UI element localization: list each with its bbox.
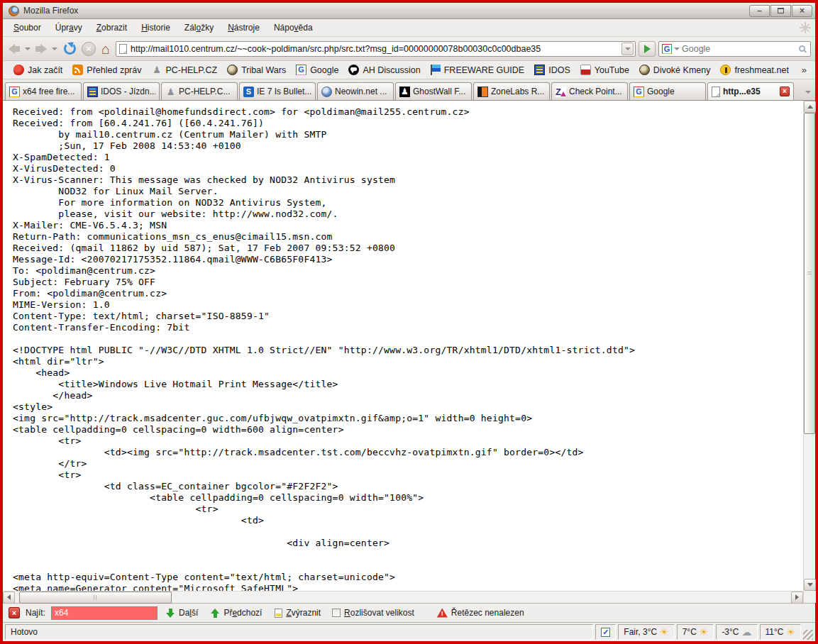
- menu-item[interactable]: Historie: [135, 21, 177, 35]
- bookmark-item[interactable]: freshmeat.net: [715, 63, 793, 77]
- scroll-right-button[interactable]: [791, 592, 803, 604]
- weather-panel[interactable]: -3°C: [716, 624, 757, 640]
- horizontal-scroll-track[interactable]: [15, 592, 791, 604]
- tab[interactable]: ZoneLabs R...: [473, 82, 550, 100]
- find-action-button[interactable]: Další: [163, 606, 201, 619]
- scroll-down-button[interactable]: [804, 579, 816, 591]
- stop-button[interactable]: ×: [82, 42, 96, 56]
- tab[interactable]: x64 free fire...: [5, 82, 82, 100]
- search-icon[interactable]: [799, 45, 805, 52]
- forward-history-dropdown[interactable]: [52, 48, 57, 50]
- tab-label: Google: [647, 87, 702, 96]
- minimize-button[interactable]: –: [749, 5, 770, 17]
- tab-list-dropdown[interactable]: [802, 84, 814, 100]
- bookmark-label: YouTube: [595, 65, 629, 75]
- menu-item[interactable]: Soubor: [7, 21, 48, 35]
- search-engine-dropdown[interactable]: [674, 48, 680, 50]
- title-bar: Mozilla Firefox – ×: [3, 3, 815, 19]
- weather-panel[interactable]: Fair, 3°C: [618, 624, 674, 640]
- close-button[interactable]: ×: [792, 5, 812, 17]
- tribal-icon: [227, 65, 238, 75]
- scroll-left-button[interactable]: [3, 592, 15, 604]
- weather-label: 11°C: [766, 627, 784, 637]
- horizontal-scroll-thumb[interactable]: [19, 592, 172, 604]
- tab-close-button[interactable]: [780, 87, 790, 96]
- weather-checkbox[interactable]: ✓: [601, 628, 610, 637]
- tab[interactable]: IE 7 Is Bullet...: [239, 82, 316, 100]
- bookmark-item[interactable]: Tribal Wars: [222, 63, 291, 77]
- find-close-button[interactable]: [9, 607, 20, 618]
- weather-label: Fair, 3°C: [624, 627, 657, 637]
- url-history-dropdown[interactable]: [621, 43, 634, 55]
- match-case-option[interactable]: Rozlišovat velikost: [329, 606, 417, 619]
- zonelabs-icon: [477, 87, 488, 97]
- tab[interactable]: Google: [629, 82, 706, 100]
- tab[interactable]: Neowin.net ...: [317, 82, 394, 100]
- tab[interactable]: IDOS - Jízdn...: [83, 82, 160, 100]
- bookmark-item[interactable]: Google: [291, 63, 343, 77]
- bookmark-item[interactable]: Divoké Kmeny: [634, 63, 716, 77]
- menu-item[interactable]: Nápověda: [267, 21, 319, 35]
- bookmark-item[interactable]: PC-HELP.CZ: [146, 63, 222, 77]
- find-action-button[interactable]: Zvýraznit: [272, 606, 324, 619]
- find-action-button[interactable]: Předchozí: [208, 606, 265, 619]
- tab[interactable]: http...e35: [707, 82, 794, 100]
- menu-item[interactable]: Záložky: [178, 21, 220, 35]
- bookmark-label: AH Discussion: [363, 65, 420, 75]
- bookmark-item[interactable]: Přehled zpráv: [67, 63, 146, 77]
- menu-item[interactable]: Úpravy: [49, 21, 89, 35]
- vertical-scroll-track[interactable]: [804, 113, 815, 579]
- menu-bar: SouborÚpravyZobrazitHistorieZáložkyNástr…: [3, 19, 815, 37]
- search-bar[interactable]: G: [658, 41, 811, 57]
- tab[interactable]: GhostWall F...: [395, 82, 472, 100]
- bookmark-item[interactable]: IDOS: [529, 63, 575, 77]
- bookmark-label: Divoké Kmeny: [653, 65, 711, 75]
- cloud-icon: [742, 626, 752, 638]
- url-bar[interactable]: [116, 41, 636, 57]
- match-case-checkbox[interactable]: [332, 609, 341, 617]
- match-case-label: Rozlišovat velikost: [344, 608, 414, 618]
- scroll-right-icon: [795, 594, 799, 600]
- search-input[interactable]: [682, 44, 799, 54]
- ah-icon: [348, 65, 359, 75]
- menu-item[interactable]: Zobrazit: [90, 21, 133, 35]
- reload-button[interactable]: [64, 43, 76, 55]
- google-icon: [296, 65, 306, 75]
- forward-button[interactable]: [34, 43, 48, 55]
- maximize-button[interactable]: [770, 5, 791, 17]
- find-input[interactable]: [51, 606, 157, 620]
- home-button[interactable]: ⌂: [101, 42, 110, 56]
- bookmarks-overflow-chevron[interactable]: »: [799, 65, 809, 75]
- pchelp-icon: [151, 65, 162, 75]
- tab-label: http...e35: [723, 87, 777, 96]
- vertical-scrollbar[interactable]: [803, 101, 815, 603]
- bookmark-item[interactable]: YouTube: [575, 63, 634, 77]
- status-bar: Hotovo ✓ Fair, 3°C 7°C -3°C: [3, 622, 815, 641]
- content-area: Received: from <poldinail@homefundsdirec…: [3, 101, 815, 603]
- vertical-scroll-thumb[interactable]: [804, 113, 815, 434]
- go-arrow-icon: [644, 45, 651, 53]
- tab-label: IDOS - Jízdn...: [101, 87, 155, 96]
- tab[interactable]: PC-HELP.C...: [161, 82, 238, 100]
- page-favicon-icon: [119, 44, 127, 54]
- weather-toggle-panel[interactable]: ✓: [595, 624, 616, 640]
- weather-panel[interactable]: 11°C: [760, 624, 801, 640]
- scroll-up-icon: [807, 105, 813, 109]
- tab-label: IE 7 Is Bullet...: [257, 87, 311, 96]
- tab[interactable]: Check Point...: [551, 82, 628, 100]
- find-next-icon: [166, 609, 175, 618]
- bookmark-item[interactable]: AH Discussion: [343, 63, 425, 77]
- resize-grip[interactable]: [803, 630, 813, 640]
- back-history-dropdown[interactable]: [25, 48, 31, 50]
- bookmark-item[interactable]: FREEWARE GUIDE: [426, 63, 529, 77]
- back-button[interactable]: [7, 43, 21, 55]
- horizontal-scrollbar[interactable]: [3, 591, 803, 603]
- go-button[interactable]: [639, 41, 656, 57]
- pchelp-icon: [165, 87, 176, 97]
- bookmark-item[interactable]: Jak začít: [9, 63, 67, 77]
- scroll-up-button[interactable]: [804, 101, 816, 113]
- weather-panel[interactable]: 7°C: [677, 624, 714, 640]
- menu-item[interactable]: Nástroje: [221, 21, 266, 35]
- url-input[interactable]: [131, 44, 621, 54]
- ghostwall-icon: [399, 87, 410, 97]
